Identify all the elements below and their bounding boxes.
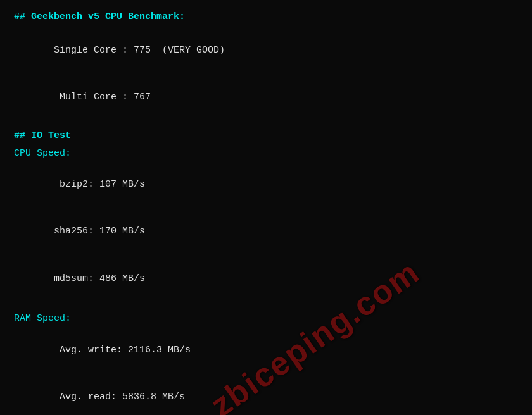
terminal-window: ## Geekbench v5 CPU Benchmark: Single Co… — [0, 0, 532, 415]
bzip2-row: bzip2: 107 MB/s — [14, 161, 518, 208]
multi-core-colon: : — [122, 92, 134, 102]
avg-read-label: Avg. read — [48, 392, 111, 402]
multi-core-row: Multi Core : 767 — [14, 74, 518, 121]
sha256-label: sha256 — [48, 226, 88, 237]
avg-write-value: : 2116.3 MB/s — [117, 345, 191, 356]
sha256-row: sha256: 170 MB/s — [14, 209, 518, 256]
sha256-value: : 170 MB/s — [88, 226, 145, 237]
bzip2-label: bzip2 — [48, 179, 88, 190]
cpu-speed-header: CPU Speed: — [14, 146, 518, 162]
multi-core-number: 767 — [134, 92, 151, 102]
single-core-rating — [151, 45, 162, 56]
ram-speed-header: RAM Speed: — [14, 311, 518, 327]
bzip2-value: : 107 MB/s — [88, 179, 145, 190]
avg-read-value: : 5836.8 MB/s — [111, 392, 185, 402]
geekbench-header: ## Geekbench v5 CPU Benchmark: — [14, 11, 518, 22]
single-core-value: : — [122, 45, 134, 56]
single-core-row: Single Core : 775 (VERY GOOD) — [14, 27, 518, 74]
io-test-section: ## IO Test CPU Speed: bzip2: 107 MB/s sh… — [14, 130, 518, 303]
md5sum-row: md5sum: 486 MB/s — [14, 256, 518, 302]
md5sum-label: md5sum — [48, 273, 88, 284]
io-test-header: ## IO Test — [14, 130, 518, 141]
single-core-rating-text: (VERY GOOD) — [162, 45, 225, 56]
avg-write-label: Avg. write — [48, 345, 117, 356]
geekbench-section: ## Geekbench v5 CPU Benchmark: Single Co… — [14, 11, 518, 121]
md5sum-value: : 486 MB/s — [88, 273, 145, 284]
avg-read-row: Avg. read: 5836.8 MB/s — [14, 374, 518, 415]
multi-core-label: Multi Core — [48, 92, 122, 102]
ram-speed-section: RAM Speed: Avg. write: 2116.3 MB/s Avg. … — [14, 311, 518, 415]
single-core-label: Single Core — [48, 45, 122, 56]
avg-write-row: Avg. write: 2116.3 MB/s — [14, 327, 518, 374]
single-core-number: 775 — [134, 45, 151, 56]
